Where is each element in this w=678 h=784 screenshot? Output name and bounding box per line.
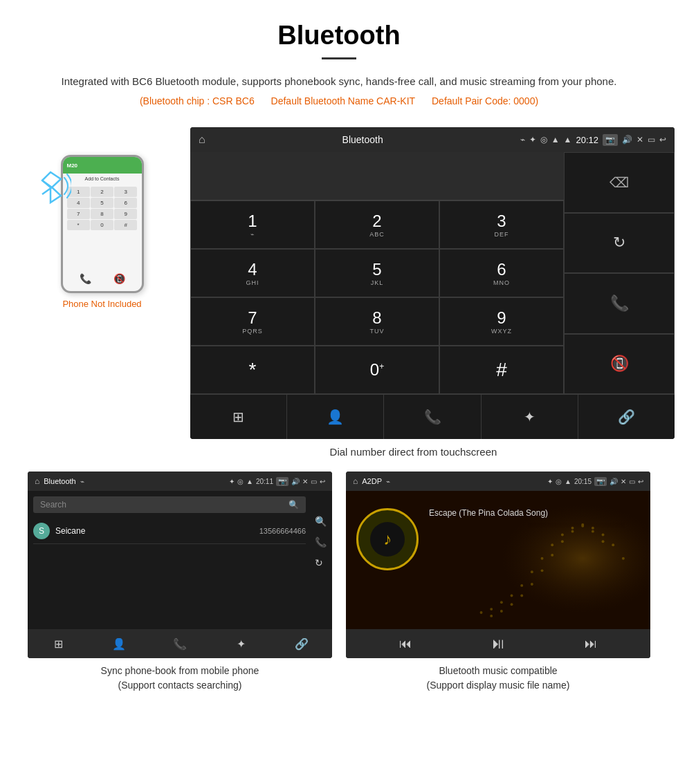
pb-toolbar: ⊞ 👤 📞 ✦ 🔗 bbox=[28, 629, 332, 658]
pb-usb-icon: ⌁ bbox=[80, 478, 84, 485]
dial-key-1[interactable]: 1 ⌁ bbox=[190, 200, 315, 249]
pb-call-side-icon[interactable]: 📞 bbox=[315, 536, 327, 548]
music-usb-icon: ⌁ bbox=[386, 478, 390, 485]
dialpad-toolbar-btn[interactable]: ⊞ bbox=[190, 395, 287, 439]
music-screen-icon[interactable]: ▭ bbox=[629, 478, 635, 485]
music-close-icon[interactable]: ✕ bbox=[621, 478, 626, 485]
music-caption-line2: (Support display music file name) bbox=[427, 680, 570, 691]
call-button[interactable]: 📞 bbox=[564, 273, 675, 334]
pb-link-btn[interactable]: 🔗 bbox=[271, 629, 332, 658]
pk-0[interactable]: 0 bbox=[91, 220, 113, 230]
pb-vol-icon[interactable]: 🔊 bbox=[291, 478, 300, 485]
dial-key-7[interactable]: 7 PQRS bbox=[190, 297, 315, 346]
wifi-icon: ▲ bbox=[564, 135, 572, 144]
pk-2[interactable]: 2 bbox=[91, 187, 113, 197]
home-icon[interactable]: ⌂ bbox=[199, 133, 205, 146]
pb-bt-icon: ✦ bbox=[229, 478, 235, 485]
phone-end-icon[interactable]: 📵 bbox=[113, 273, 125, 284]
dial-key-0[interactable]: 0+ bbox=[315, 346, 439, 394]
dial-key-5[interactable]: 5 JKL bbox=[315, 249, 439, 297]
pb-back-icon[interactable]: ↩ bbox=[320, 478, 325, 485]
song-title: Escape (The Pina Colada Song) bbox=[429, 508, 640, 518]
signal-icon: ▲ bbox=[551, 135, 560, 144]
pb-search-bar[interactable]: Search 🔍 bbox=[33, 496, 306, 513]
pb-bt-btn[interactable]: ✦ bbox=[210, 629, 271, 658]
dial-key-hash[interactable]: # bbox=[439, 346, 564, 394]
play-pause-button[interactable]: ⏯ bbox=[491, 635, 506, 653]
end-call-button[interactable]: 📵 bbox=[564, 334, 675, 395]
music-cam-icon[interactable]: 📷 bbox=[594, 477, 607, 486]
rewind-button[interactable]: ⏮ bbox=[399, 637, 412, 651]
pb-refresh-side-icon[interactable]: ↻ bbox=[315, 557, 327, 568]
contact-number: 13566664466 bbox=[259, 527, 306, 535]
phone-top-bar: M20 bbox=[63, 157, 142, 174]
pb-contact-row[interactable]: S Seicane 13566664466 bbox=[33, 519, 306, 544]
link-toolbar-btn[interactable]: 🔗 bbox=[578, 395, 675, 439]
pk-9[interactable]: 9 bbox=[114, 209, 137, 219]
music-note-icon: ♪ bbox=[383, 530, 392, 549]
contacts-toolbar-btn[interactable]: 👤 bbox=[287, 395, 384, 439]
pb-phone-btn[interactable]: 📞 bbox=[149, 629, 210, 658]
phone-call-icon[interactable]: 📞 bbox=[80, 273, 91, 284]
pk-hash[interactable]: # bbox=[114, 220, 137, 230]
statusbar-right: ⌁ ✦ ◎ ▲ ▲ 20:12 📷 🔊 ✕ ▭ ↩ bbox=[520, 134, 666, 146]
music-time: 20:15 bbox=[574, 478, 592, 485]
pb-dialpad-btn[interactable]: ⊞ bbox=[28, 629, 89, 658]
close-icon[interactable]: ✕ bbox=[636, 135, 643, 144]
pb-cam-icon[interactable]: 📷 bbox=[276, 477, 288, 486]
bt-pair: Default Pair Code: 0000) bbox=[432, 95, 538, 106]
music-vol-icon[interactable]: 🔊 bbox=[610, 478, 618, 485]
pb-search-side-icon[interactable]: 🔍 bbox=[315, 516, 327, 527]
pk-star[interactable]: * bbox=[67, 220, 90, 230]
pb-home-icon[interactable]: ⌂ bbox=[35, 476, 39, 486]
backspace-button[interactable]: ⌫ bbox=[564, 152, 675, 213]
back-icon[interactable]: ↩ bbox=[659, 135, 666, 144]
dial-content: 1 ⌁ 2 ABC 3 DEF bbox=[190, 152, 675, 394]
dial-key-star[interactable]: * bbox=[190, 346, 315, 394]
dial-key-6[interactable]: 6 MNO bbox=[439, 249, 564, 297]
page-title: Bluetooth bbox=[28, 21, 650, 50]
dial-screen: ⌂ Bluetooth ⌁ ✦ ◎ ▲ ▲ 20:12 📷 🔊 ✕ ▭ bbox=[190, 127, 675, 439]
pb-screen-icon[interactable]: ▭ bbox=[311, 478, 317, 485]
pb-close-icon[interactable]: ✕ bbox=[302, 478, 308, 485]
music-back-icon[interactable]: ↩ bbox=[638, 478, 643, 485]
bt-chip: (Bluetooth chip : CSR BC6 bbox=[140, 95, 255, 106]
pb-search-placeholder: Search bbox=[40, 500, 66, 510]
dial-screen-caption: Dial number direct from touchscreen bbox=[176, 446, 650, 458]
album-inner: ♪ bbox=[370, 522, 405, 557]
dial-key-2[interactable]: 2 ABC bbox=[315, 200, 439, 249]
pk-3[interactable]: 3 bbox=[114, 187, 137, 197]
camera-icon[interactable]: 📷 bbox=[603, 134, 618, 146]
pb-contacts-btn[interactable]: 👤 bbox=[89, 629, 149, 658]
bt-toolbar-btn[interactable]: ✦ bbox=[482, 395, 578, 439]
calls-toolbar-btn[interactable]: 📞 bbox=[384, 395, 481, 439]
pb-statusbar-left: ⌂ Bluetooth ⌁ bbox=[35, 476, 84, 486]
music-statusbar-right: ✦ ◎ ▲ 20:15 📷 🔊 ✕ ▭ ↩ bbox=[547, 477, 643, 486]
pb-caption-line2: (Support contacts searching) bbox=[118, 680, 242, 691]
dial-statusbar: ⌂ Bluetooth ⌁ ✦ ◎ ▲ ▲ 20:12 📷 🔊 ✕ ▭ bbox=[190, 127, 675, 152]
pk-5[interactable]: 5 bbox=[91, 198, 113, 208]
music-content: ♪ Escape (The Pina Colada Song) bbox=[346, 491, 650, 629]
fast-forward-button[interactable]: ⏭ bbox=[585, 637, 597, 651]
main-screen-area: ⌂ Bluetooth ⌁ ✦ ◎ ▲ ▲ 20:12 📷 🔊 ✕ ▭ bbox=[190, 127, 675, 439]
refresh-button[interactable]: ↻ bbox=[564, 213, 675, 274]
dial-key-8[interactable]: 8 TUV bbox=[315, 297, 439, 346]
dial-key-3[interactable]: 3 DEF bbox=[439, 200, 564, 249]
screen-icon[interactable]: ▭ bbox=[648, 135, 655, 144]
dial-key-9[interactable]: 9 WXYZ bbox=[439, 297, 564, 346]
bottom-screens: ⌂ Bluetooth ⌁ ✦ ◎ ▲ 20:11 📷 🔊 ✕ ▭ ↩ bbox=[28, 472, 650, 693]
music-sig-icon: ▲ bbox=[565, 478, 571, 485]
volume-icon[interactable]: 🔊 bbox=[622, 135, 632, 144]
dialpad-right: ⌫ ↻ 📞 📵 bbox=[564, 152, 675, 394]
music-screen: ⌂ A2DP ⌁ ✦ ◎ ▲ 20:15 📷 🔊 ✕ ▭ ↩ bbox=[346, 472, 650, 658]
music-home-icon[interactable]: ⌂ bbox=[353, 476, 358, 486]
pk-6[interactable]: 6 bbox=[114, 198, 137, 208]
title-divider bbox=[322, 57, 356, 59]
phone-mock: M20 Add to Contacts 1 2 3 4 5 6 7 8 9 * bbox=[61, 155, 144, 293]
statusbar-title: Bluetooth bbox=[342, 134, 383, 145]
dial-key-4[interactable]: 4 GHI bbox=[190, 249, 315, 297]
pb-loc-icon: ◎ bbox=[237, 478, 244, 485]
pb-caption-line1: Sync phone-book from mobile phone bbox=[101, 665, 259, 676]
pk-8[interactable]: 8 bbox=[91, 209, 113, 219]
dial-toolbar: ⊞ 👤 📞 ✦ 🔗 bbox=[190, 394, 675, 439]
